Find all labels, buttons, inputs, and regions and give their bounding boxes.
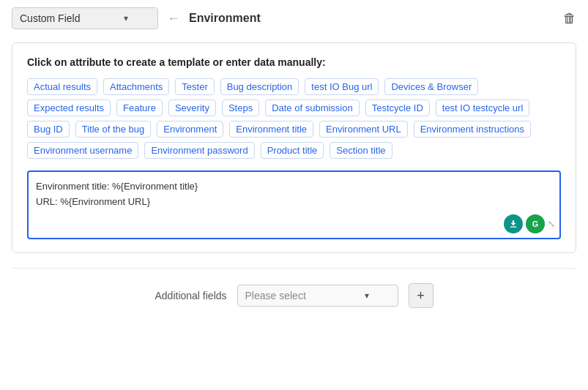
attribute-tag[interactable]: Bug description <box>220 78 299 95</box>
template-textarea-wrapper: Environment title: %{Environment title} … <box>27 170 561 239</box>
attribute-tag[interactable]: Tester <box>175 78 214 95</box>
attribute-tag[interactable]: Attachments <box>103 78 169 95</box>
resize-icon: ⤡ <box>548 219 555 229</box>
add-field-button[interactable]: + <box>409 283 433 308</box>
download-icon-btn[interactable] <box>504 214 523 233</box>
environment-label: Environment <box>189 12 261 25</box>
attribute-tag[interactable]: Environment URL <box>319 121 408 138</box>
attribute-tag[interactable]: test IO Bug url <box>305 78 379 95</box>
tags-area: Actual resultsAttachmentsTesterBug descr… <box>27 78 561 159</box>
attribute-tag[interactable]: Title of the bug <box>75 121 152 138</box>
additional-dropdown-chevron-icon: ▾ <box>365 290 369 301</box>
delete-icon[interactable]: 🗑 <box>563 11 576 26</box>
attribute-tag[interactable]: Expected results <box>27 100 111 116</box>
back-arrow-icon: ← <box>167 11 180 26</box>
attribute-tag[interactable]: Steps <box>222 100 259 116</box>
attribute-tag[interactable]: Section title <box>330 142 392 159</box>
attribute-tag[interactable]: Feature <box>116 100 163 116</box>
attribute-tag[interactable]: Product title <box>261 142 324 159</box>
additional-fields-dropdown[interactable]: Please select ▾ <box>237 285 398 307</box>
attribute-tag[interactable]: Date of submission <box>265 100 360 116</box>
attribute-tag[interactable]: Bug ID <box>27 121 70 138</box>
custom-field-dropdown[interactable]: Custom Field ▾ <box>12 7 158 29</box>
attribute-tag[interactable]: Environment <box>157 121 223 138</box>
attribute-tag[interactable]: Environment username <box>27 142 138 159</box>
plus-icon: + <box>417 288 425 304</box>
main-card: Click on attribute to create a template … <box>12 42 576 253</box>
custom-field-label: Custom Field <box>20 12 80 24</box>
divider <box>12 268 576 269</box>
attribute-tag[interactable]: Severity <box>168 100 216 116</box>
attribute-tag[interactable]: Actual results <box>27 78 97 95</box>
attribute-tag[interactable]: test IO testcycle url <box>436 100 530 116</box>
template-text[interactable]: Environment title: %{Environment title} … <box>36 179 552 216</box>
textarea-icons: G ⤡ <box>504 214 555 233</box>
please-select-text: Please select <box>245 290 306 301</box>
attribute-tag[interactable]: Environment password <box>144 142 254 159</box>
additional-fields-row: Additional fields Please select ▾ + <box>12 283 576 308</box>
attribute-tag[interactable]: Environment title <box>229 121 313 138</box>
dropdown-chevron-icon: ▾ <box>124 13 128 23</box>
attribute-tag[interactable]: Devices & Browser <box>384 78 478 95</box>
attribute-tag[interactable]: Testcycle ID <box>365 100 430 116</box>
additional-fields-label: Additional fields <box>155 290 226 301</box>
top-bar: Custom Field ▾ ← Environment 🗑 <box>12 7 576 29</box>
attribute-tag[interactable]: Environment instructions <box>414 121 531 138</box>
card-instruction: Click on attribute to create a template … <box>27 56 561 68</box>
grammarly-icon-btn[interactable]: G <box>526 214 545 233</box>
